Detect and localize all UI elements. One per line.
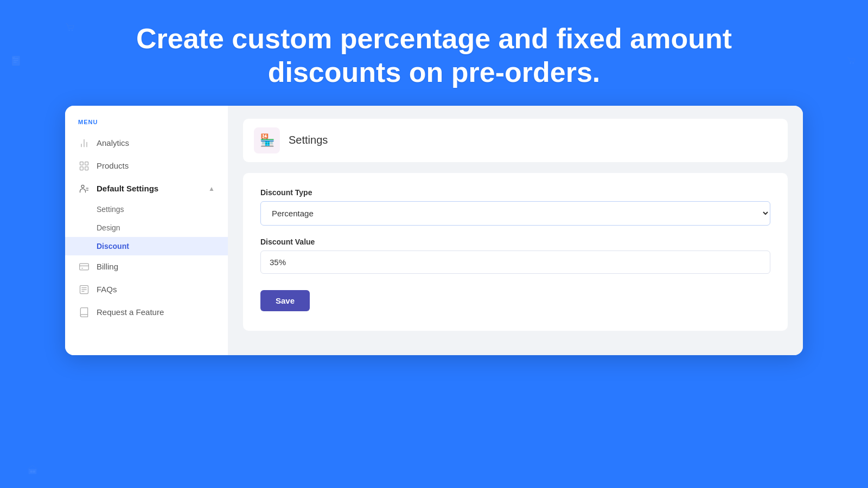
svg-rect-10 (33, 471, 35, 473)
svg-rect-14 (85, 166, 88, 170)
bg-icon-store-bl (27, 464, 38, 477)
svg-rect-11 (80, 162, 84, 165)
sidebar-item-faqs[interactable]: FAQs (65, 278, 228, 301)
discount-type-group: Discount Type Percentage Fixed Amount (260, 188, 770, 226)
faqs-icon (78, 284, 90, 296)
bg-icon-checklist (11, 16, 22, 79)
svg-rect-12 (85, 162, 88, 165)
store-icon: 🏪 (260, 133, 275, 147)
hero-line1: Create custom percentage and fixed amoun… (136, 23, 732, 54)
svg-point-6 (850, 62, 851, 63)
discount-value-label: Discount Value (260, 237, 770, 246)
discount-value-input[interactable] (260, 251, 770, 274)
request-icon (78, 306, 90, 318)
sidebar-item-request-feature[interactable]: Request a Feature (65, 301, 228, 324)
discount-form-card: Discount Type Percentage Fixed Amount Di… (243, 173, 788, 331)
default-settings-label: Default Settings (97, 184, 158, 193)
billing-icon (78, 261, 90, 273)
sub-item-settings[interactable]: Settings (65, 200, 228, 219)
discount-type-select[interactable]: Percentage Fixed Amount (260, 201, 770, 226)
sub-menu-default-settings: Settings Design Discount (65, 200, 228, 255)
bg-icon-cart-tr (846, 5, 857, 80)
svg-point-15 (81, 185, 84, 188)
billing-label: Billing (97, 262, 118, 271)
design-sub-label: Design (97, 223, 120, 232)
main-card: MENU Analytics Products (65, 106, 803, 355)
products-label: Products (97, 161, 129, 170)
settings-icon-box: 🏪 (254, 127, 280, 153)
chevron-up-icon: ▲ (208, 185, 215, 192)
sidebar-item-default-settings[interactable]: Default Settings ▲ (65, 177, 228, 200)
main-content: 🏪 Settings Discount Type Percentage Fixe… (228, 106, 803, 355)
sidebar-item-analytics[interactable]: Analytics (65, 132, 228, 155)
analytics-icon (78, 137, 90, 149)
settings-header-bar: 🏪 Settings (243, 119, 788, 162)
menu-label: MENU (65, 119, 228, 132)
svg-rect-13 (80, 166, 84, 170)
request-label: Request a Feature (97, 307, 164, 317)
sub-item-discount[interactable]: Discount (65, 237, 228, 255)
svg-point-7 (853, 62, 854, 63)
analytics-label: Analytics (97, 138, 129, 147)
sub-item-design[interactable]: Design (65, 219, 228, 237)
svg-point-4 (69, 30, 70, 31)
sidebar-item-billing[interactable]: Billing (65, 255, 228, 278)
sidebar: MENU Analytics Products (65, 106, 228, 355)
svg-point-5 (72, 30, 73, 31)
discount-sub-label: Discount (97, 242, 129, 251)
hero-line2: discounts on pre-orders. (268, 56, 601, 88)
settings-sub-label: Settings (97, 205, 124, 214)
page-hero-header: Create custom percentage and fixed amoun… (0, 0, 868, 106)
faqs-label: FAQs (97, 285, 117, 294)
bg-icon-cart-tl (65, 22, 76, 35)
svg-rect-16 (80, 264, 89, 270)
default-settings-icon (78, 183, 90, 195)
save-button[interactable]: Save (260, 290, 310, 311)
discount-type-label: Discount Type (260, 188, 770, 197)
settings-page-title: Settings (289, 134, 328, 146)
svg-rect-9 (30, 471, 33, 473)
svg-rect-8 (29, 469, 36, 474)
sidebar-item-products[interactable]: Products (65, 155, 228, 177)
products-icon (78, 160, 90, 172)
discount-value-group: Discount Value (260, 237, 770, 274)
